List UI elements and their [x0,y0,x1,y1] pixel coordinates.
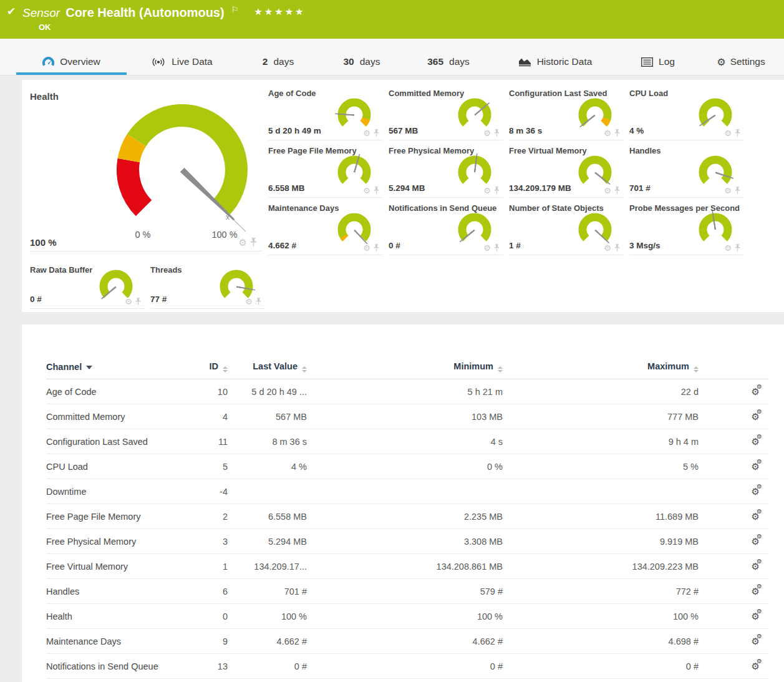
pin-icon[interactable] [374,129,379,137]
pin-icon[interactable] [256,298,261,306]
gauge-value: 3 Msg/s [629,241,661,250]
gear-icon[interactable]: ⚙ [125,298,132,306]
channel-settings-gears-icon[interactable]: ⚙⚙ [747,636,760,647]
column-header-last-value[interactable]: Last Value [228,361,307,373]
channel-id: 13 [206,661,228,671]
channel-settings-gears-icon[interactable]: ⚙⚙ [747,511,760,522]
column-header-minimum[interactable]: Minimum [307,361,503,373]
gear-icon[interactable]: ⚙ [483,187,491,195]
gear-icon[interactable]: ⚙ [239,238,247,247]
tab-2-days[interactable]: 2 days [237,39,319,75]
pin-icon[interactable] [614,187,620,195]
tab-30-days[interactable]: 30 days [319,39,404,75]
tab-historic-data[interactable]: Historic Data [493,39,617,75]
pin-icon[interactable] [135,298,141,306]
channel-maximum: 4.698 # [503,636,699,646]
channel-id: 1 [206,562,228,572]
table-row: Configuration Last Saved 11 8 m 36 s 4 s… [46,429,768,454]
channel-maximum: 22 d [503,387,699,397]
pin-icon[interactable] [735,244,740,252]
gear-icon[interactable]: ⚙ [724,187,732,195]
gauge-title: Maintenance Days [268,203,339,213]
sensor-banner: ✔ Sensor Core Health (Autonomous) ⚐ ★★★★… [0,0,784,39]
table-row: Health 0 100 % 100 % 100 % ⚙⚙ [46,604,768,629]
channel-settings-gears-icon[interactable]: ⚙⚙ [747,436,760,447]
gear-icon[interactable]: ⚙ [363,244,370,252]
column-header-maximum[interactable]: Maximum [503,361,699,373]
gauges-panel: Health x̄ 0 % 100 % 100 % ⚙ Age of Code [22,80,784,312]
gear-icon[interactable]: ⚙ [724,244,732,252]
pin-icon[interactable] [735,129,740,137]
channel-id: 3 [206,537,228,547]
pin-icon[interactable] [374,244,379,252]
log-list-icon [641,57,653,67]
tab-label: Log [659,56,675,67]
table-row: Age of Code 10 5 d 20 h 49 ... 5 h 21 m … [46,379,768,404]
pin-icon[interactable] [614,244,620,252]
gauge-tile: Free Page File Memory 6.558 MB ⚙ [268,145,383,198]
channel-settings-gears-icon[interactable]: ⚙⚙ [747,561,760,572]
gauge-tile: Raw Data Buffer 0 # ⚙ [30,264,145,309]
gear-icon[interactable]: ⚙ [483,244,491,252]
area-chart-icon [518,57,531,67]
table-row: Notifications in Send Queue 13 0 # 0 # 0… [46,654,768,679]
gear-icon[interactable]: ⚙ [363,129,370,137]
channel-last-value: 134.209.17... [228,562,307,572]
column-label: Last Value [253,361,298,371]
tab-settings[interactable]: ⚙ Settings [699,39,783,75]
gauge-tile: Probe Messages per Second 3 Msg/s ⚙ [629,202,744,255]
tab-overview[interactable]: Overview [16,39,127,75]
channel-settings-gears-icon[interactable]: ⚙⚙ [747,386,760,397]
channel-settings-gears-icon[interactable]: ⚙⚙ [747,611,760,622]
pin-icon[interactable] [250,238,257,247]
gear-icon[interactable]: ⚙ [604,129,611,137]
pin-icon[interactable] [494,244,500,252]
column-header-id[interactable]: ID [206,361,228,373]
channel-last-value: 4.662 # [228,636,307,646]
channel-id: -4 [206,487,228,497]
tab-365-days[interactable]: 365 days [404,39,493,75]
pin-icon[interactable] [494,187,500,195]
channel-maximum: 0 # [503,661,699,671]
pin-icon[interactable] [614,129,620,137]
channel-minimum: 5 h 21 m [307,387,503,397]
gauge-title: Configuration Last Saved [509,89,607,98]
tab-log[interactable]: Log [617,39,699,75]
gear-icon[interactable]: ⚙ [724,129,732,137]
gauge-title: Committed Memory [389,89,464,98]
gear-icon[interactable]: ⚙ [245,298,253,306]
channel-maximum: 11.689 MB [503,512,699,522]
gear-icon[interactable]: ⚙ [604,244,611,252]
gauge-tile: Free Physical Memory 5.294 MB ⚙ [389,145,503,198]
table-header-row: Channel ID Last Value Minimum Maximum [46,354,768,379]
tab-label: Settings [730,56,765,67]
pin-icon[interactable] [494,129,500,137]
channel-name: Configuration Last Saved [46,437,206,447]
gear-icon[interactable]: ⚙ [483,129,491,137]
gear-icon[interactable]: ⚙ [604,187,611,195]
gauge-tile: Number of State Objects 1 # ⚙ [509,202,624,255]
channel-settings-gears-icon[interactable]: ⚙⚙ [747,486,760,497]
column-header-channel[interactable]: Channel [46,362,206,372]
tab-label: days [449,56,470,67]
gear-icon[interactable]: ⚙ [363,187,370,195]
flag-icon[interactable]: ⚐ [231,5,239,14]
channel-name: Free Physical Memory [46,537,206,547]
tab-live-data[interactable]: Live Data [127,39,237,75]
gauge-value: 4 % [629,126,644,135]
priority-stars[interactable]: ★★★★★ [254,6,305,17]
channel-name: Downtime [46,487,206,497]
pin-icon[interactable] [374,187,379,195]
channel-last-value: 8 m 36 s [228,437,307,447]
table-row: CPU Load 5 4 % 0 % 5 % ⚙⚙ [46,454,768,479]
channel-settings-gears-icon[interactable]: ⚙⚙ [747,536,760,547]
channel-settings-gears-icon[interactable]: ⚙⚙ [747,411,760,422]
channel-settings-gears-icon[interactable]: ⚙⚙ [747,461,760,472]
pin-icon[interactable] [735,187,740,195]
channel-last-value: 5.294 MB [228,537,307,547]
channel-settings-gears-icon[interactable]: ⚙⚙ [747,586,760,597]
channel-name: Free Virtual Memory [46,562,206,572]
gauge-value: 567 MB [389,126,418,135]
channel-settings-gears-icon[interactable]: ⚙⚙ [747,661,760,672]
channel-maximum: 777 MB [503,412,699,422]
